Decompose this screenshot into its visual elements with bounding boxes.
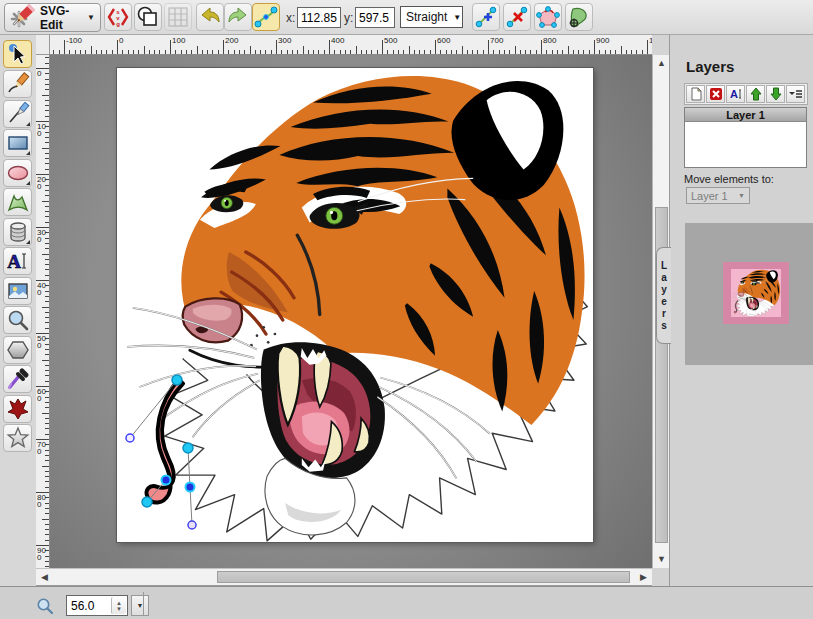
ruler-tick xyxy=(45,116,49,117)
grid-button[interactable] xyxy=(164,3,192,31)
ruler-tick xyxy=(631,50,632,54)
x-coordinate-input[interactable] xyxy=(297,7,341,28)
ruler-tick xyxy=(64,40,65,54)
path-node-selected xyxy=(172,375,182,385)
ruler-tick xyxy=(69,50,70,54)
move-layer-down-button[interactable] xyxy=(766,85,785,103)
tool-star[interactable] xyxy=(3,424,32,452)
ruler-tick xyxy=(96,50,97,54)
ruler-tick xyxy=(45,84,49,85)
node-link-icon xyxy=(254,5,278,29)
ruler-label: 800 xyxy=(37,494,46,508)
segment-type-select[interactable]: Straight ▼ xyxy=(400,6,463,28)
shapes-icon xyxy=(136,5,160,29)
ruler-label: 100 xyxy=(649,36,652,45)
red-cross-shape-icon xyxy=(6,397,30,421)
ruler-tick xyxy=(45,57,49,58)
ruler-tick xyxy=(557,50,558,54)
path-node xyxy=(188,521,196,529)
top-toolbar: SVG-Edit ▼ s v g xyxy=(0,0,813,35)
scroll-up-icon[interactable]: ▲ xyxy=(657,59,666,68)
ruler-tick xyxy=(45,471,49,472)
convert-to-path-button[interactable] xyxy=(565,3,593,31)
tool-rectangle[interactable] xyxy=(3,129,32,157)
delete-node-button[interactable] xyxy=(503,3,531,31)
horizontal-scrollbar-thumb[interactable] xyxy=(217,571,630,583)
ruler-tick xyxy=(642,50,643,54)
ruler-left: 0100200300400500600700800900 xyxy=(36,55,50,568)
layer-row-active[interactable]: Layer 1 xyxy=(685,108,806,122)
ruler-tick xyxy=(541,40,542,54)
move-elements-select[interactable]: Layer 1 ▼ xyxy=(686,187,750,204)
tool-ellipse[interactable] xyxy=(3,159,32,187)
new-layer-button[interactable] xyxy=(686,85,705,103)
tool-eyedropper[interactable] xyxy=(3,365,32,393)
ruler-tick xyxy=(80,50,81,54)
ruler-label: -100 xyxy=(66,36,82,45)
new-layer-icon xyxy=(689,87,703,101)
tool-shape-red[interactable] xyxy=(3,395,32,423)
move-layer-up-button[interactable] xyxy=(746,85,765,103)
ruler-corner xyxy=(36,35,50,55)
y-coordinate-input[interactable] xyxy=(355,7,395,28)
undo-button[interactable] xyxy=(196,3,224,31)
scroll-right-icon[interactable]: ▶ xyxy=(640,573,647,582)
ruler-tick xyxy=(75,50,76,54)
scroll-left-icon[interactable]: ◀ xyxy=(41,573,48,582)
layer-menu-button[interactable] xyxy=(786,85,805,103)
zoom-level-input[interactable] xyxy=(67,599,107,613)
ruler-tick xyxy=(45,259,49,260)
node-link-tool-button[interactable] xyxy=(252,3,280,31)
ruler-tick xyxy=(387,50,388,54)
source-code-button[interactable]: s v g xyxy=(104,3,132,31)
ruler-tick xyxy=(45,455,49,456)
tool-polygon[interactable] xyxy=(3,336,32,364)
zoom-preset-dropdown[interactable]: ▼ xyxy=(131,595,149,616)
ruler-label: 0 xyxy=(37,70,46,77)
ruler-tick xyxy=(244,50,245,54)
ruler-tick xyxy=(42,201,49,202)
ruler-tick xyxy=(350,50,351,54)
rename-layer-button[interactable]: A xyxy=(726,85,745,103)
ruler-tick xyxy=(462,46,463,54)
ruler-tick xyxy=(647,40,648,54)
ruler-tick xyxy=(45,328,49,329)
redo-button[interactable] xyxy=(224,3,252,31)
ruler-tick xyxy=(313,50,314,54)
document-thumbnail[interactable] xyxy=(723,262,789,324)
ruler-tick xyxy=(515,46,516,54)
tool-pencil[interactable] xyxy=(3,70,32,98)
shapes-button[interactable] xyxy=(134,3,162,31)
ruler-tick xyxy=(568,46,569,54)
ruler-tick xyxy=(451,50,452,54)
zoom-spinner[interactable]: ▲ ▼ xyxy=(111,597,126,614)
path-node xyxy=(126,434,134,442)
ruler-tick xyxy=(45,561,49,562)
horizontal-scrollbar[interactable]: ◀ ▶ xyxy=(36,568,652,586)
tool-image[interactable] xyxy=(3,277,32,305)
spinner-down-icon[interactable]: ▼ xyxy=(116,606,122,612)
tool-zoom[interactable] xyxy=(3,306,32,334)
tool-line[interactable] xyxy=(3,100,32,128)
ruler-tick xyxy=(45,105,49,106)
ruler-tick xyxy=(578,50,579,54)
ruler-tick xyxy=(45,487,49,488)
delete-layer-button[interactable] xyxy=(706,85,725,103)
tool-select[interactable] xyxy=(3,40,32,68)
ruler-tick xyxy=(398,50,399,54)
svg-canvas[interactable] xyxy=(117,68,593,542)
main-menu-button[interactable]: SVG-Edit ▼ xyxy=(4,3,101,32)
tool-text[interactable]: A xyxy=(3,247,32,275)
open-close-path-button[interactable] xyxy=(534,3,562,31)
ruler-label: 400 xyxy=(37,282,46,296)
ruler-tick xyxy=(239,50,240,54)
ruler-tick xyxy=(610,50,611,54)
layers-side-tab[interactable]: Layers xyxy=(656,247,671,344)
scroll-down-icon[interactable]: ▼ xyxy=(657,555,666,564)
add-node-button[interactable] xyxy=(472,3,500,31)
tool-path[interactable] xyxy=(3,188,32,216)
ruler-tick xyxy=(308,50,309,54)
tool-shape-library[interactable] xyxy=(3,218,32,246)
x-coordinate-label: x: xyxy=(286,11,295,25)
path-node-overlay[interactable] xyxy=(117,68,593,542)
